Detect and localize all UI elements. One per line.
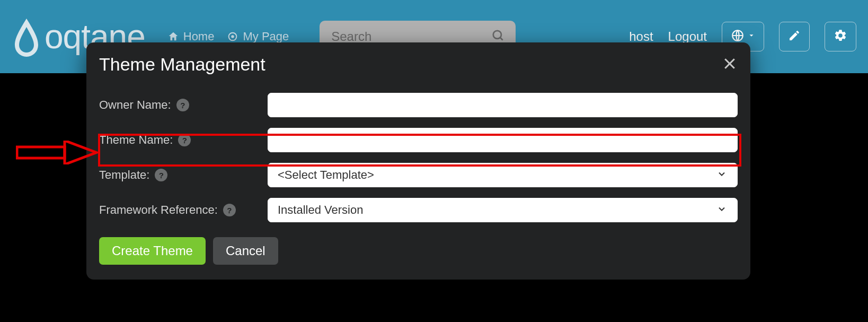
annotation-arrow bbox=[16, 141, 98, 164]
label-template: Template: bbox=[99, 168, 149, 182]
svg-line-3 bbox=[500, 38, 503, 40]
home-icon bbox=[167, 31, 179, 42]
framework-select[interactable]: Installed Version bbox=[268, 198, 738, 222]
search-input[interactable] bbox=[320, 29, 516, 44]
row-template: Template: ? <Select Template> bbox=[99, 163, 738, 187]
modal-title: Theme Management bbox=[99, 54, 265, 75]
owner-name-input[interactable] bbox=[268, 93, 738, 117]
help-icon[interactable]: ? bbox=[176, 99, 189, 111]
theme-management-modal: Theme Management Owner Name: ? Theme Nam… bbox=[86, 42, 750, 280]
theme-name-input[interactable] bbox=[268, 128, 738, 152]
cancel-button[interactable]: Cancel bbox=[213, 237, 278, 265]
pencil-icon bbox=[788, 29, 801, 44]
help-icon[interactable]: ? bbox=[155, 169, 167, 181]
template-select-value: <Select Template> bbox=[278, 168, 374, 182]
nav-mypage[interactable]: My Page bbox=[227, 30, 289, 43]
caret-down-icon bbox=[748, 32, 755, 41]
close-button[interactable] bbox=[722, 56, 738, 74]
svg-point-2 bbox=[493, 31, 501, 39]
svg-rect-7 bbox=[17, 147, 65, 158]
gear-icon bbox=[834, 29, 847, 45]
modal-header: Theme Management bbox=[99, 54, 738, 75]
nav-home[interactable]: Home bbox=[167, 30, 215, 43]
nav-home-label: Home bbox=[183, 30, 215, 43]
settings-button[interactable] bbox=[825, 22, 856, 51]
svg-point-1 bbox=[232, 35, 235, 38]
nav-links: Home My Page bbox=[167, 30, 289, 43]
target-icon bbox=[227, 31, 238, 42]
row-theme-name: Theme Name: ? bbox=[99, 128, 738, 152]
logo-drop-icon bbox=[11, 15, 42, 58]
nav-mypage-label: My Page bbox=[243, 30, 289, 43]
help-icon[interactable]: ? bbox=[178, 134, 191, 146]
framework-select-value: Installed Version bbox=[278, 203, 363, 217]
create-theme-button[interactable]: Create Theme bbox=[99, 237, 206, 265]
label-theme-name: Theme Name: bbox=[99, 133, 173, 147]
row-framework: Framework Reference: ? Installed Version bbox=[99, 198, 738, 222]
label-owner-name: Owner Name: bbox=[99, 98, 171, 112]
close-icon bbox=[722, 56, 738, 72]
template-select[interactable]: <Select Template> bbox=[268, 163, 738, 187]
label-framework: Framework Reference: bbox=[99, 203, 218, 217]
user-link[interactable]: host bbox=[629, 29, 653, 44]
modal-actions: Create Theme Cancel bbox=[99, 237, 738, 265]
row-owner-name: Owner Name: ? bbox=[99, 93, 738, 117]
logout-link[interactable]: Logout bbox=[668, 29, 707, 44]
edit-button[interactable] bbox=[779, 22, 810, 51]
help-icon[interactable]: ? bbox=[223, 204, 236, 216]
